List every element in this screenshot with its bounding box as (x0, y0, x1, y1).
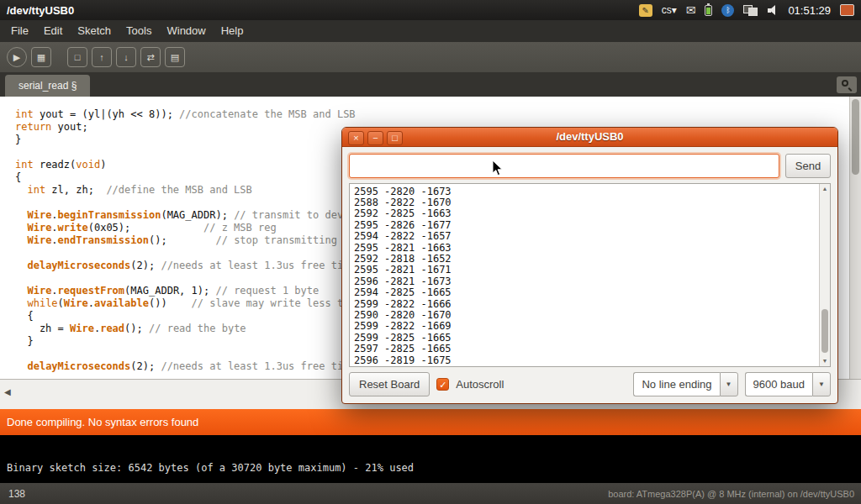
magnifier-icon (842, 80, 848, 87)
stop-button[interactable]: ▦ (31, 47, 51, 67)
keyboard-icon[interactable]: ✎ (639, 4, 652, 17)
tab-bar: serial_read § (0, 72, 861, 97)
serial-line: 2599 -2825 -1665 (354, 333, 816, 344)
serial-line: 2599 -2822 -1669 (354, 321, 816, 332)
editor-scrollbar[interactable] (849, 97, 861, 379)
clock[interactable]: 01:51:29 (788, 4, 831, 17)
line-ending-select[interactable]: No line ending ▼ (633, 372, 737, 396)
menu-help[interactable]: Help (214, 20, 251, 42)
code-line: int yout = (yl|(yh << 8)); //concatenate… (15, 108, 861, 121)
baud-rate-select[interactable]: 9600 baud ▼ (745, 372, 831, 396)
session-icon[interactable] (840, 4, 854, 16)
scroll-down-icon[interactable]: ▼ (820, 356, 830, 366)
menu-window[interactable]: Window (159, 20, 213, 42)
editor-scrollbar-thumb[interactable] (852, 99, 859, 175)
serial-line: 2595 -2821 -1663 (354, 243, 816, 254)
serial-scrollbar-thumb[interactable] (821, 309, 828, 353)
serial-line: 2596 -2821 -1673 (354, 276, 816, 287)
new-button[interactable]: □ (67, 47, 87, 67)
serial-monitor-button[interactable] (837, 76, 857, 93)
top-panel: /dev/ttyUSB0 ✎ cs▾ ✉ ᛒ 01:51:29 (0, 0, 861, 20)
export-button[interactable]: ▤ (165, 47, 185, 67)
console-output: Binary sketch size: 6542 bytes (of a 307… (0, 435, 861, 483)
minimize-button[interactable]: − (367, 131, 383, 145)
serial-line: 2594 -2825 -1665 (354, 287, 816, 298)
close-button[interactable]: × (348, 131, 364, 145)
serial-line: 2588 -2822 -1670 (354, 197, 816, 208)
reset-board-button[interactable]: Reset Board (349, 372, 430, 396)
serial-line: 2592 -2825 -1663 (354, 208, 816, 219)
tab-serial-read[interactable]: serial_read § (5, 75, 90, 97)
verify-button[interactable]: ▶ (7, 47, 27, 67)
serial-line: 2592 -2818 -1652 (354, 254, 816, 265)
save-button[interactable]: ↓ (116, 47, 136, 67)
toolbar: ▶▦□↑↓⇄▤ (0, 42, 861, 72)
serial-window-body: Send 2595 -2820 -16732588 -2822 -1670259… (342, 147, 837, 404)
bluetooth-icon[interactable]: ᛒ (721, 4, 734, 17)
open-button[interactable]: ↑ (92, 47, 112, 67)
serial-window-titlebar[interactable]: ×−□ /dev/ttyUSB0 (342, 128, 837, 147)
cursor-line-number: 138 (0, 488, 25, 500)
network-icon[interactable] (743, 4, 758, 16)
serial-send-input[interactable] (349, 154, 779, 178)
serial-controls-row: Reset Board ✓ Autoscroll No line ending … (349, 372, 831, 396)
upload-button[interactable]: ⇄ (140, 47, 161, 67)
serial-line: 2599 -2822 -1666 (354, 299, 816, 310)
serial-line: 2597 -2825 -1665 (354, 344, 816, 354)
serial-scrollbar[interactable]: ▲ ▼ (819, 184, 830, 367)
menu-tools[interactable]: Tools (119, 20, 159, 42)
chevron-down-icon[interactable]: ▼ (720, 372, 738, 396)
serial-line: 2590 -2820 -1670 (354, 310, 816, 321)
volume-icon[interactable] (767, 4, 779, 16)
autoscroll-checkbox[interactable]: ✓ (436, 378, 449, 391)
serial-line: 2595 -2821 -1671 (354, 265, 816, 276)
serial-line: 2594 -2822 -1657 (354, 231, 816, 242)
window-controls: ×−□ (348, 131, 403, 145)
menu-edit[interactable]: Edit (36, 20, 70, 42)
serial-window-title: /dev/ttyUSB0 (556, 130, 623, 143)
send-button[interactable]: Send (785, 154, 831, 178)
baud-rate-value: 9600 baud (745, 372, 812, 396)
compile-status-bar: Done compiling. No syntax errors found (0, 409, 861, 435)
serial-line: 2595 -2820 -1673 (354, 186, 816, 197)
panel-indicators: ✎ cs▾ ✉ ᛒ 01:51:29 (639, 3, 861, 17)
maximize-button[interactable]: □ (387, 131, 403, 145)
menubar: FileEditSketchToolsWindowHelp (0, 20, 861, 42)
footer-bar: 138 board: ATmega328P(A) @ 8 MHz (intern… (0, 483, 861, 504)
mail-icon[interactable]: ✉ (686, 3, 696, 17)
board-info: board: ATmega328P(A) @ 8 MHz (internal) … (608, 489, 861, 499)
menu-file[interactable]: File (3, 20, 36, 42)
serial-line: 2596 -2819 -1675 (354, 355, 816, 366)
autoscroll-label: Autoscroll (456, 378, 504, 391)
hscroll-left-arrow-icon[interactable]: ◀ (4, 387, 11, 396)
line-ending-value: No line ending (633, 372, 719, 396)
serial-output[interactable]: 2595 -2820 -16732588 -2822 -16702592 -28… (349, 183, 831, 368)
serial-monitor-window: ×−□ /dev/ttyUSB0 Send 2595 -2820 -167325… (341, 127, 838, 404)
language-indicator[interactable]: cs▾ (662, 4, 677, 16)
panel-window-title: /dev/ttyUSB0 (0, 4, 74, 17)
menu-sketch[interactable]: Sketch (70, 20, 119, 42)
scroll-up-icon[interactable]: ▲ (820, 184, 830, 194)
serial-line: 2595 -2826 -1677 (354, 220, 816, 231)
battery-icon[interactable] (705, 5, 712, 16)
chevron-down-icon[interactable]: ▼ (812, 372, 831, 396)
